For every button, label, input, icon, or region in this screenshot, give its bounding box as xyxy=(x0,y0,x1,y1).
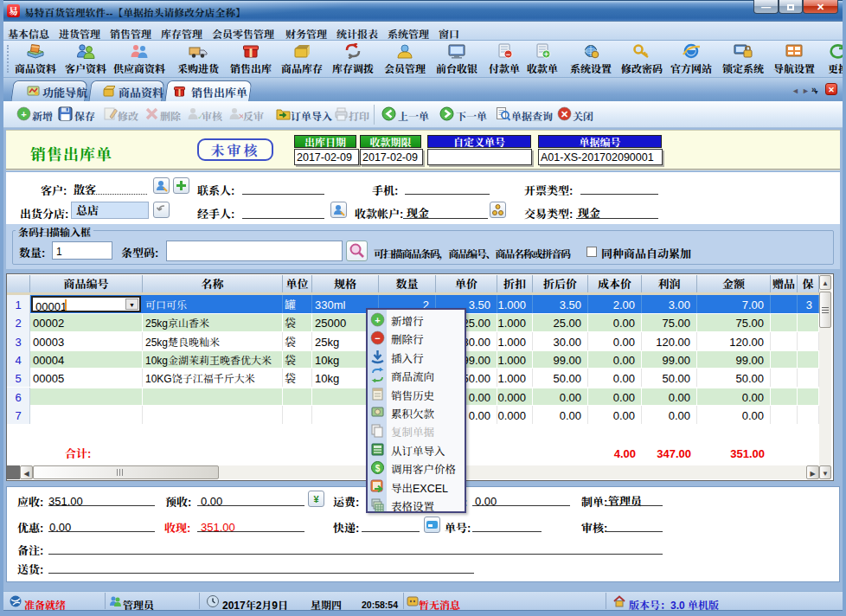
svg-text:✕: ✕ xyxy=(561,106,568,120)
svg-text:−: − xyxy=(506,48,510,59)
svg-text:$: $ xyxy=(375,461,381,474)
svg-text:−: − xyxy=(375,330,380,344)
svg-text:+: + xyxy=(21,106,26,120)
svg-text:+: + xyxy=(544,48,548,59)
svg-text:¥: ¥ xyxy=(313,491,319,505)
svg-text:+: + xyxy=(375,312,380,326)
